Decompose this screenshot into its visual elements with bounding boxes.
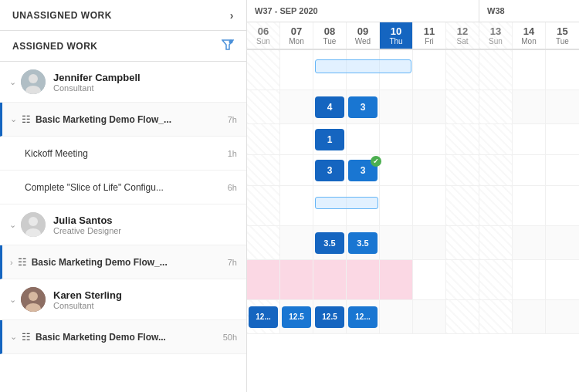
- chevron-karen-project[interactable]: ⌄: [10, 332, 17, 342]
- day-06: 06 Sun: [247, 22, 280, 49]
- day-13-num: 13: [490, 25, 501, 37]
- jennifer-outline-bar: [315, 59, 411, 73]
- karen-name: Karen Sterling: [53, 289, 237, 301]
- svg-point-6: [29, 217, 38, 226]
- task-row-slice: Complete "Slice of Life" Configu... 6h: [0, 171, 246, 204]
- day-09: 09 Wed: [347, 22, 380, 49]
- unassigned-label: UNASSIGNED WORK: [12, 10, 112, 21]
- day-14: 14 Mon: [513, 22, 546, 49]
- avatar-jennifer: [21, 69, 46, 94]
- svg-point-9: [29, 292, 38, 301]
- slice-bar-3a: 3: [315, 160, 344, 181]
- day-15-name: Tue: [556, 37, 569, 46]
- day-15-num: 15: [557, 25, 567, 37]
- gantt-panel: W37 - SEP 2020 W38 06 Sun 07 Mon 08 Tue …: [247, 0, 579, 392]
- day-07: 07 Mon: [280, 22, 313, 49]
- day-11-num: 11: [424, 25, 435, 37]
- day-08-num: 08: [324, 25, 335, 37]
- week-w38-label: W38: [479, 0, 579, 22]
- julia-info: Julia Santos Creative Designer: [53, 215, 237, 235]
- project-icon-jennifer: ☷: [22, 113, 31, 125]
- person-row-jennifer: ⌄ Jennifer Campbell Consultant: [0, 62, 246, 103]
- day-09-name: Wed: [355, 37, 371, 46]
- slice-bar-3b: 3 ✓: [348, 160, 378, 181]
- day-06-num: 06: [258, 25, 269, 37]
- kickoff-label: Kickoff Meeting: [25, 148, 225, 159]
- project-icon-karen: ☷: [22, 331, 31, 343]
- gantt-row-karen-person: [247, 260, 579, 300]
- day-15: 15 Tue: [546, 22, 579, 49]
- gantt-row-karen-project: 12... 12.5 12.5 12...: [247, 300, 579, 334]
- day-10: 10 Thu: [380, 22, 413, 49]
- day-06-name: Sun: [256, 37, 270, 46]
- day-08-name: Tue: [323, 37, 337, 46]
- check-badge: ✓: [371, 156, 381, 167]
- karen-bar-12a: 12...: [249, 306, 278, 328]
- gantt-row-kickoff: 1: [247, 124, 579, 155]
- day-09-num: 09: [357, 25, 368, 37]
- chevron-julia[interactable]: ⌄: [9, 220, 16, 230]
- week-w37-label: W37 - SEP 2020: [247, 0, 479, 22]
- julia-title: Creative Designer: [53, 226, 237, 235]
- day-11: 11 Fri: [413, 22, 446, 49]
- slice-label: Complete "Slice of Life" Configu...: [25, 182, 225, 193]
- day-14-name: Mon: [521, 37, 536, 46]
- project-row-julia: › ☷ Basic Marketing Demo Flow_... 7h: [0, 245, 246, 279]
- gantt-row-jennifer-project: 4 3: [247, 90, 579, 124]
- svg-point-1: [229, 40, 233, 44]
- day-10-num: 10: [391, 25, 401, 37]
- karen-bar-125b: 12.5: [315, 306, 344, 328]
- filter-icon[interactable]: [222, 39, 234, 53]
- gantt-body: 4 3 1: [247, 50, 579, 334]
- day-11-name: Fri: [425, 37, 434, 46]
- chevron-jennifer[interactable]: ⌄: [9, 77, 16, 87]
- day-10-name: Thu: [389, 37, 402, 46]
- assigned-header: ASSIGNED WORK: [0, 31, 246, 62]
- chevron-karen[interactable]: ⌄: [9, 295, 16, 305]
- julia-project-hours: 7h: [228, 258, 237, 267]
- jennifer-name: Jennifer Campbell: [53, 72, 237, 83]
- chevron-jennifer-project[interactable]: ⌄: [10, 114, 17, 124]
- karen-bar-125a: 12.5: [282, 306, 311, 328]
- jennifer-bar-3: 3: [348, 96, 378, 118]
- day-07-name: Mon: [289, 37, 303, 46]
- day-12: 12 Sat: [446, 22, 479, 49]
- julia-outline-bar: [315, 197, 378, 209]
- project-icon-julia: ☷: [18, 256, 27, 268]
- karen-bar-12b: 12...: [348, 306, 378, 328]
- person-row-julia: ⌄ Julia Santos Creative Designer: [0, 204, 246, 245]
- chevron-julia-project[interactable]: ›: [10, 258, 13, 267]
- jennifer-bar-4: 4: [315, 96, 344, 118]
- julia-project-label: Basic Marketing Demo Flow_...: [32, 257, 225, 268]
- gantt-row-jennifer-person: [247, 50, 579, 90]
- project-row-karen: ⌄ ☷ Basic Marketing Demo Flow... 50h: [0, 320, 246, 354]
- kickoff-bar-1: 1: [315, 129, 344, 150]
- avatar-julia: [21, 212, 46, 237]
- kickoff-hours: 1h: [228, 149, 237, 158]
- assigned-label: ASSIGNED WORK: [12, 41, 98, 52]
- left-panel: UNASSIGNED WORK › ASSIGNED WORK ⌄: [0, 0, 247, 392]
- julia-bar-35a: 3.5: [315, 232, 344, 254]
- karen-project-label: Basic Marketing Demo Flow...: [36, 332, 220, 343]
- gantt-row-julia-project: 3.5 3.5: [247, 226, 579, 260]
- svg-point-3: [29, 74, 38, 83]
- day-08: 08 Tue: [313, 22, 347, 49]
- jennifer-info: Jennifer Campbell Consultant: [53, 72, 237, 93]
- day-12-num: 12: [457, 25, 468, 37]
- day-14-num: 14: [523, 25, 534, 37]
- julia-name: Julia Santos: [53, 215, 237, 226]
- week-header-row: W37 - SEP 2020 W38: [247, 0, 579, 22]
- avatar-karen: [21, 287, 46, 312]
- day-13-name: Sun: [489, 37, 503, 46]
- day-12-name: Sat: [456, 37, 468, 46]
- task-row-kickoff: Kickoff Meeting 1h: [0, 137, 246, 171]
- gantt-row-slice: 3 3 ✓: [247, 155, 579, 186]
- chevron-right-icon[interactable]: ›: [230, 9, 234, 22]
- karen-title: Consultant: [53, 301, 237, 310]
- day-header-row: 06 Sun 07 Mon 08 Tue 09 Wed 10 Thu: [247, 22, 579, 50]
- jennifer-title: Consultant: [53, 83, 237, 93]
- unassigned-header: UNASSIGNED WORK ›: [0, 0, 246, 31]
- jennifer-project-label: Basic Marketing Demo Flow_...: [36, 114, 225, 125]
- person-row-karen: ⌄ Karen Sterling Consultant: [0, 279, 246, 320]
- karen-project-hours: 50h: [223, 333, 237, 342]
